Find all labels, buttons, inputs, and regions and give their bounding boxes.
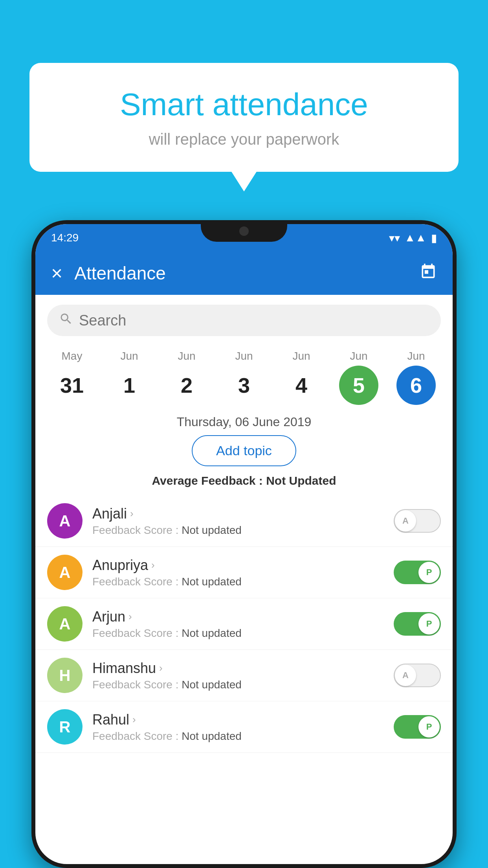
calendar-day[interactable]: May31 xyxy=(52,350,92,405)
search-input[interactable] xyxy=(79,312,429,329)
student-avatar: A xyxy=(47,606,83,642)
student-info: Himanshu ›Feedback Score : Not updated xyxy=(92,660,384,691)
calendar-month: Jun xyxy=(350,350,367,362)
front-camera xyxy=(239,226,249,236)
calendar-month: Jun xyxy=(178,350,195,362)
student-item[interactable]: AArjun ›Feedback Score : Not updatedP xyxy=(35,598,453,650)
speech-bubble-title: Smart attendance xyxy=(57,86,431,123)
calendar-date[interactable]: 2 xyxy=(167,366,206,405)
calendar-date[interactable]: 31 xyxy=(52,366,92,405)
calendar-day[interactable]: Jun1 xyxy=(110,350,149,405)
app-header: × Attendance xyxy=(35,252,453,295)
toggle-thumb: A xyxy=(395,510,416,531)
student-name: Anjali › xyxy=(92,506,384,522)
student-name: Anupriya › xyxy=(92,557,384,574)
phone-frame: 14:29 ▾▾ ▲▲ ▮ × Attendance xyxy=(31,220,457,868)
calendar-day[interactable]: Jun2 xyxy=(167,350,206,405)
chevron-right-icon: › xyxy=(132,714,136,726)
status-icons: ▾▾ ▲▲ ▮ xyxy=(389,232,437,245)
student-info: Anupriya ›Feedback Score : Not updated xyxy=(92,557,384,588)
close-button[interactable]: × xyxy=(51,262,62,285)
speech-bubble: Smart attendance will replace your paper… xyxy=(29,63,459,172)
student-name: Rahul › xyxy=(92,712,384,728)
student-item[interactable]: AAnjali ›Feedback Score : Not updatedA xyxy=(35,495,453,547)
student-avatar: H xyxy=(47,658,83,693)
calendar-day[interactable]: Jun4 xyxy=(282,350,321,405)
wifi-icon: ▾▾ xyxy=(389,232,400,245)
calendar-month: Jun xyxy=(120,350,138,362)
avg-feedback-label: Average Feedback : xyxy=(152,474,266,487)
attendance-toggle[interactable]: A xyxy=(394,664,441,687)
student-info: Arjun ›Feedback Score : Not updated xyxy=(92,609,384,640)
toggle-thumb: P xyxy=(418,716,440,737)
student-feedback-score: Feedback Score : Not updated xyxy=(92,524,384,537)
student-info: Rahul ›Feedback Score : Not updated xyxy=(92,712,384,743)
calendar-date[interactable]: 1 xyxy=(110,366,149,405)
search-bar[interactable] xyxy=(47,305,441,336)
calendar-month: May xyxy=(62,350,83,362)
add-topic-button[interactable]: Add topic xyxy=(192,435,296,466)
speech-bubble-container: Smart attendance will replace your paper… xyxy=(29,63,459,172)
student-name: Himanshu › xyxy=(92,660,384,677)
selected-date: Thursday, 06 June 2019 xyxy=(35,415,453,429)
student-feedback-score: Feedback Score : Not updated xyxy=(92,576,384,588)
student-item[interactable]: AAnupriya ›Feedback Score : Not updatedP xyxy=(35,547,453,598)
calendar-icon[interactable] xyxy=(420,263,437,284)
attendance-toggle[interactable]: P xyxy=(394,715,441,739)
calendar-date[interactable]: 6 xyxy=(396,366,436,405)
speech-bubble-subtitle: will replace your paperwork xyxy=(57,131,431,148)
average-feedback: Average Feedback : Not Updated xyxy=(35,474,453,487)
toggle-thumb: P xyxy=(418,562,440,583)
phone-screen: 14:29 ▾▾ ▲▲ ▮ × Attendance xyxy=(35,224,453,864)
student-list: AAnjali ›Feedback Score : Not updatedAAA… xyxy=(35,495,453,753)
student-avatar: R xyxy=(47,709,83,745)
student-feedback-score: Feedback Score : Not updated xyxy=(92,627,384,640)
student-item[interactable]: HHimanshu ›Feedback Score : Not updatedA xyxy=(35,650,453,701)
student-info: Anjali ›Feedback Score : Not updated xyxy=(92,506,384,537)
calendar-date[interactable]: 4 xyxy=(282,366,321,405)
calendar-month: Jun xyxy=(292,350,310,362)
toggle-thumb: P xyxy=(418,613,440,634)
calendar-month: Jun xyxy=(407,350,425,362)
student-item[interactable]: RRahul ›Feedback Score : Not updatedP xyxy=(35,701,453,753)
calendar-strip: May31Jun1Jun2Jun3Jun4Jun5Jun6 xyxy=(35,346,453,405)
calendar-day[interactable]: Jun3 xyxy=(224,350,264,405)
phone-notch xyxy=(201,220,287,242)
chevron-right-icon: › xyxy=(130,508,134,520)
battery-icon: ▮ xyxy=(431,232,437,245)
attendance-toggle[interactable]: A xyxy=(394,509,441,533)
search-icon xyxy=(59,312,73,329)
calendar-month: Jun xyxy=(235,350,253,362)
calendar-date[interactable]: 5 xyxy=(339,366,378,405)
calendar-day[interactable]: Jun6 xyxy=(396,350,436,405)
calendar-day[interactable]: Jun5 xyxy=(339,350,378,405)
student-name: Arjun › xyxy=(92,609,384,625)
student-avatar: A xyxy=(47,555,83,590)
student-avatar: A xyxy=(47,503,83,539)
page-title: Attendance xyxy=(74,263,420,284)
student-feedback-score: Feedback Score : Not updated xyxy=(92,679,384,691)
attendance-toggle[interactable]: P xyxy=(394,561,441,584)
attendance-toggle[interactable]: P xyxy=(394,612,441,636)
signal-icon: ▲▲ xyxy=(405,232,426,244)
chevron-right-icon: › xyxy=(128,611,132,623)
chevron-right-icon: › xyxy=(151,559,155,571)
student-feedback-score: Feedback Score : Not updated xyxy=(92,730,384,743)
status-time: 14:29 xyxy=(51,232,79,244)
calendar-date[interactable]: 3 xyxy=(224,366,264,405)
avg-feedback-value: Not Updated xyxy=(266,474,336,487)
chevron-right-icon: › xyxy=(159,662,163,674)
toggle-thumb: A xyxy=(395,665,416,686)
